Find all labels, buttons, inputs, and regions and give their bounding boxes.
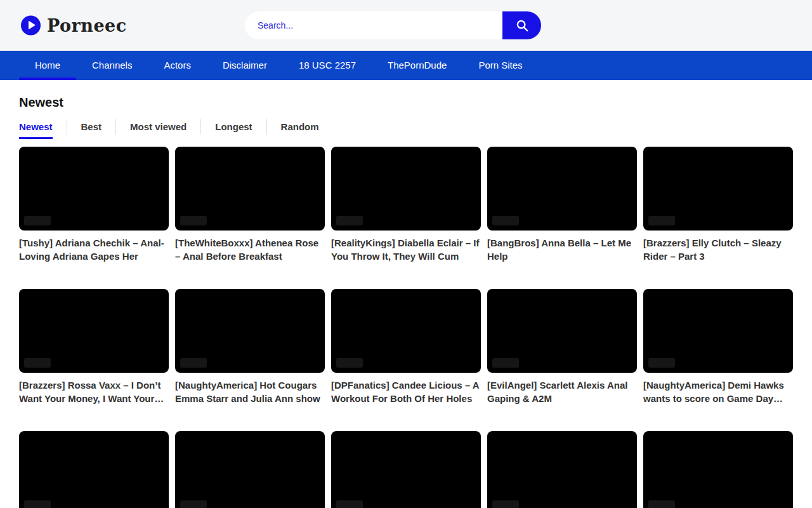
video-thumbnail[interactable] xyxy=(643,431,793,508)
video-thumbnail[interactable] xyxy=(643,147,793,231)
video-card: [EvilAngel] Scarlett Alexis Anal Gaping … xyxy=(487,289,637,405)
nav-item[interactable]: ThePornDude xyxy=(372,51,462,80)
duration-badge xyxy=(648,216,675,225)
duration-badge xyxy=(24,500,51,508)
site-header: Porneec xyxy=(0,0,812,51)
tab[interactable]: Longest xyxy=(201,119,266,135)
video-card: [Brazzers] Elly Clutch – Sleazy Rider – … xyxy=(643,147,793,263)
video-thumbnail[interactable] xyxy=(643,289,793,373)
tab[interactable]: Most viewed xyxy=(116,119,201,135)
nav-item[interactable]: 18 USC 2257 xyxy=(283,51,372,80)
video-thumbnail[interactable] xyxy=(331,147,481,231)
tab[interactable]: Random xyxy=(267,119,333,135)
video-thumbnail[interactable] xyxy=(19,289,169,373)
video-card: [DPFanatics] Candee Licious – A Workout … xyxy=(331,289,481,405)
video-thumbnail[interactable] xyxy=(175,147,325,231)
brand-name: Porneec xyxy=(47,15,127,35)
nav-item[interactable]: Actors xyxy=(148,51,207,80)
video-thumbnail[interactable] xyxy=(487,289,637,373)
video-card xyxy=(331,431,481,508)
nav-item[interactable]: Porn Sites xyxy=(462,51,538,80)
nav-item[interactable]: Channels xyxy=(76,51,148,80)
duration-badge xyxy=(336,500,363,508)
search-form xyxy=(245,11,541,39)
duration-badge xyxy=(24,216,51,225)
video-thumbnail[interactable] xyxy=(487,431,637,508)
video-title[interactable]: [NaughtyAmerica] Hot Cougars Emma Starr … xyxy=(175,378,325,405)
video-title[interactable]: [EvilAngel] Scarlett Alexis Anal Gaping … xyxy=(487,378,637,405)
duration-badge xyxy=(492,358,519,368)
play-icon xyxy=(21,15,41,35)
duration-badge xyxy=(24,358,51,368)
search-button[interactable] xyxy=(502,11,541,39)
video-thumbnail[interactable] xyxy=(331,289,481,373)
video-title[interactable]: [Brazzers] Rossa Vaxx – I Don’t Want You… xyxy=(19,378,169,405)
main-nav: Home Channels Actors Disclaimer 18 USC 2… xyxy=(0,51,812,80)
video-title[interactable]: [BangBros] Anna Bella – Let Me Help xyxy=(487,236,637,263)
duration-badge xyxy=(648,500,675,508)
video-card: [NaughtyAmerica] Hot Cougars Emma Starr … xyxy=(175,289,325,405)
tab[interactable]: Best xyxy=(67,119,117,135)
video-grid: [Tushy] Adriana Chechik – Anal-Loving Ad… xyxy=(19,147,793,508)
duration-badge xyxy=(336,358,363,368)
video-card: [RealityKings] Diabella Eclair – If You … xyxy=(331,147,481,263)
sort-tabs: Newest Best Most viewed Longest Random xyxy=(19,119,793,135)
video-title[interactable]: [TheWhiteBoxxx] Athenea Rose – Anal Befo… xyxy=(175,236,325,263)
nav-list: Home Channels Actors Disclaimer 18 USC 2… xyxy=(0,51,812,80)
duration-badge xyxy=(180,358,207,368)
video-title[interactable]: [DPFanatics] Candee Licious – A Workout … xyxy=(331,378,481,405)
video-thumbnail[interactable] xyxy=(175,431,325,508)
duration-badge xyxy=(336,216,363,225)
video-thumbnail[interactable] xyxy=(487,147,637,231)
duration-badge xyxy=(180,216,207,225)
video-title[interactable]: [NaughtyAmerica] Demi Hawks wants to sco… xyxy=(643,378,793,405)
video-card xyxy=(487,431,637,508)
search-input[interactable] xyxy=(245,11,502,39)
video-thumbnail[interactable] xyxy=(331,431,481,508)
duration-badge xyxy=(180,500,207,508)
video-card: [BangBros] Anna Bella – Let Me Help xyxy=(487,147,637,263)
page-title: Newest xyxy=(19,95,793,110)
video-card xyxy=(19,431,169,508)
search-icon xyxy=(515,18,529,32)
video-card xyxy=(175,431,325,508)
video-card xyxy=(643,431,793,508)
video-title[interactable]: [Tushy] Adriana Chechik – Anal-Loving Ad… xyxy=(19,236,169,263)
duration-badge xyxy=(492,216,519,225)
duration-badge xyxy=(492,500,519,508)
video-card: [NaughtyAmerica] Demi Hawks wants to sco… xyxy=(643,289,793,405)
nav-item[interactable]: Home xyxy=(19,51,76,80)
nav-item[interactable]: Disclaimer xyxy=(207,51,283,80)
video-thumbnail[interactable] xyxy=(175,289,325,373)
video-card: [Brazzers] Rossa Vaxx – I Don’t Want You… xyxy=(19,289,169,405)
video-card: [TheWhiteBoxxx] Athenea Rose – Anal Befo… xyxy=(175,147,325,263)
video-thumbnail[interactable] xyxy=(19,147,169,231)
tab[interactable]: Newest xyxy=(19,119,67,135)
video-thumbnail[interactable] xyxy=(19,431,169,508)
duration-badge xyxy=(648,358,675,368)
video-title[interactable]: [Brazzers] Elly Clutch – Sleazy Rider – … xyxy=(643,236,793,263)
logo[interactable]: Porneec xyxy=(21,15,127,35)
video-card: [Tushy] Adriana Chechik – Anal-Loving Ad… xyxy=(19,147,169,263)
main-content: Newest Newest Best Most viewed Longest R… xyxy=(0,95,812,508)
video-title[interactable]: [RealityKings] Diabella Eclair – If You … xyxy=(331,236,481,263)
